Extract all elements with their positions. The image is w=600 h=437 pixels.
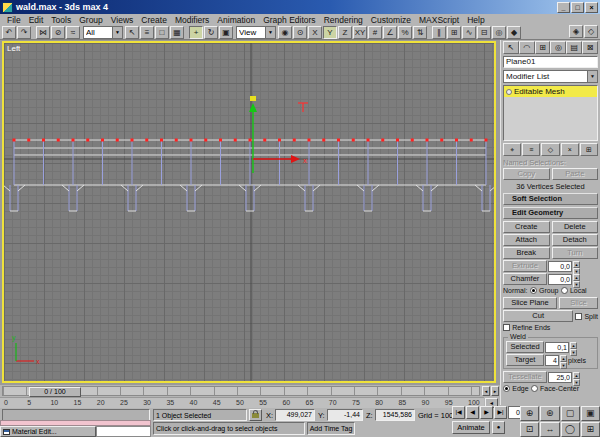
zoom-button[interactable]: ⊕ bbox=[520, 406, 539, 421]
create-button[interactable]: Create bbox=[503, 221, 550, 233]
angle-snap-icon[interactable]: ∠ bbox=[383, 26, 397, 39]
key-mode-toggle-button[interactable]: ● bbox=[492, 421, 505, 434]
chevron-down-icon[interactable]: ▼ bbox=[265, 27, 275, 38]
select-and-manipulate-icon[interactable]: ⊙ bbox=[293, 26, 307, 39]
snap-toggle-icon[interactable]: # bbox=[368, 26, 382, 39]
break-button[interactable]: Break bbox=[503, 247, 550, 259]
zoom-all-button[interactable]: ⊛ bbox=[540, 406, 559, 421]
viewport-canvas[interactable]: xxy bbox=[4, 43, 494, 381]
modifier-stack-item[interactable]: Editable Mesh bbox=[504, 86, 597, 97]
restrict-y-button[interactable]: Y bbox=[323, 26, 337, 39]
viewport-left[interactable]: Left xxy bbox=[2, 41, 496, 383]
percent-snap-icon[interactable]: % bbox=[398, 26, 412, 39]
extrude-value-field[interactable]: 0,0 bbox=[548, 261, 572, 272]
menu-views[interactable]: Views bbox=[107, 15, 138, 25]
show-end-result-button[interactable]: ≡ bbox=[522, 143, 540, 156]
modifier-stack[interactable]: Editable Mesh bbox=[503, 85, 598, 141]
cut-button[interactable]: Cut bbox=[503, 310, 573, 322]
select-and-link-icon[interactable]: ⋈ bbox=[36, 26, 50, 39]
arc-rotate-button[interactable]: ◯ bbox=[561, 422, 580, 437]
go-to-end-button[interactable]: ▶| bbox=[494, 406, 507, 419]
copy-button[interactable]: Copy bbox=[503, 168, 550, 180]
zoom-extents-button[interactable]: ▢ bbox=[561, 406, 580, 421]
restrict-z-button[interactable]: Z bbox=[338, 26, 352, 39]
detach-button[interactable]: Detach bbox=[552, 234, 599, 246]
select-and-rotate-icon[interactable]: ↻ bbox=[204, 26, 218, 39]
delete-button[interactable]: Delete bbox=[552, 221, 599, 233]
menu-help[interactable]: Help bbox=[463, 15, 488, 25]
tessellate-value-field[interactable]: 25,0 bbox=[548, 372, 572, 383]
weld-target-spinner[interactable]: ▲▼ bbox=[560, 355, 567, 366]
make-unique-button[interactable]: ◇ bbox=[541, 143, 559, 156]
menu-rendering[interactable]: Rendering bbox=[320, 15, 367, 25]
schematic-view-icon[interactable]: ⊟ bbox=[477, 26, 491, 39]
use-pivot-point-icon[interactable]: ◉ bbox=[278, 26, 292, 39]
chamfer-value-field[interactable]: 0,0 bbox=[548, 274, 572, 285]
select-by-name-icon[interactable]: ≡ bbox=[140, 26, 154, 39]
render-scene-icon[interactable]: ◆ bbox=[507, 26, 521, 39]
remove-modifier-button[interactable]: × bbox=[561, 143, 579, 156]
tab-utilities[interactable]: ⊠ bbox=[582, 41, 598, 54]
extrude-button[interactable]: Extrude bbox=[503, 260, 547, 272]
slice-button[interactable]: Slice bbox=[559, 297, 598, 309]
go-to-start-button[interactable]: |◀ bbox=[452, 406, 465, 419]
bind-to-space-warp-icon[interactable]: ≈ bbox=[66, 26, 80, 39]
restrict-plane-button[interactable]: XY bbox=[353, 26, 367, 39]
material-editor-taskbar-button[interactable]: Material Edit... bbox=[0, 426, 96, 437]
menu-modifiers[interactable]: Modifiers bbox=[171, 15, 213, 25]
window-crossing-icon[interactable]: ▦ bbox=[170, 26, 184, 39]
selection-filter-dropdown[interactable]: All▼ bbox=[83, 26, 123, 39]
menu-edit[interactable]: Edit bbox=[25, 15, 48, 25]
min-max-toggle-button[interactable]: ⊞ bbox=[581, 422, 600, 437]
rollout-edit-geometry[interactable]: Edit Geometry bbox=[503, 207, 598, 219]
menu-customize[interactable]: Customize bbox=[367, 15, 415, 25]
zoom-region-button[interactable]: ⊡ bbox=[520, 422, 539, 437]
animate-button[interactable]: Animate bbox=[452, 421, 490, 434]
modifier-visibility-icon[interactable] bbox=[506, 89, 512, 95]
quick-render-icon[interactable]: ◇ bbox=[584, 25, 598, 38]
close-button[interactable]: × bbox=[585, 2, 598, 13]
refine-ends-checkbox[interactable] bbox=[503, 324, 510, 331]
material-editor-icon[interactable]: ◎ bbox=[492, 26, 506, 39]
maximize-button[interactable]: □ bbox=[571, 2, 584, 13]
chevron-down-icon[interactable]: ▼ bbox=[587, 71, 597, 82]
select-and-move-icon[interactable]: + bbox=[189, 26, 203, 39]
weld-target-value-field[interactable]: 4 bbox=[545, 355, 559, 366]
weld-selected-button[interactable]: Selected bbox=[506, 341, 544, 353]
track-next-key-button[interactable]: ▸ bbox=[491, 386, 499, 396]
tab-create[interactable]: ↖ bbox=[503, 41, 519, 54]
tab-motion[interactable]: ◎ bbox=[550, 41, 566, 54]
selection-lock-toggle[interactable] bbox=[249, 409, 262, 421]
paste-button[interactable]: Paste bbox=[552, 168, 599, 180]
reference-coordinate-dropdown[interactable]: View▼ bbox=[236, 26, 276, 39]
weld-selected-spinner[interactable]: ▲▼ bbox=[570, 342, 577, 353]
menu-tools[interactable]: Tools bbox=[47, 15, 75, 25]
render-type-icon[interactable]: ◈ bbox=[569, 25, 583, 38]
menu-graph-editors[interactable]: Graph Editors bbox=[259, 15, 319, 25]
weld-target-button[interactable]: Target bbox=[506, 354, 544, 366]
x-coord-field[interactable]: 499,027 bbox=[275, 409, 315, 421]
select-and-scale-icon[interactable]: ▣ bbox=[219, 26, 233, 39]
viewport-label[interactable]: Left bbox=[7, 44, 20, 53]
menu-maxscript[interactable]: MAXScript bbox=[415, 15, 463, 25]
maxscript-listener-input[interactable] bbox=[96, 426, 151, 437]
timeline-track[interactable]: 0 / 100 bbox=[2, 386, 480, 396]
chamfer-spinner[interactable]: ▲▼ bbox=[573, 274, 580, 285]
chevron-down-icon[interactable]: ▼ bbox=[112, 27, 122, 38]
chamfer-button[interactable]: Chamfer bbox=[503, 273, 547, 285]
curve-editor-icon[interactable]: ∿ bbox=[462, 26, 476, 39]
slice-plane-button[interactable]: Slice Plane bbox=[503, 297, 557, 309]
normal-group-radio[interactable] bbox=[530, 287, 537, 294]
configure-stack-button[interactable]: ⊞ bbox=[580, 143, 598, 156]
extrude-spinner[interactable]: ▲▼ bbox=[573, 261, 580, 272]
menu-create[interactable]: Create bbox=[137, 15, 171, 25]
normal-local-radio[interactable] bbox=[561, 287, 568, 294]
unlink-selection-icon[interactable]: ⊘ bbox=[51, 26, 65, 39]
menu-group[interactable]: Group bbox=[75, 15, 107, 25]
split-checkbox[interactable] bbox=[575, 313, 582, 320]
pan-button[interactable]: ↔ bbox=[540, 422, 559, 437]
timeline-ruler[interactable]: 0510152025303540455055606570758085909510… bbox=[0, 397, 484, 408]
tab-hierarchy[interactable]: ⊞ bbox=[535, 41, 551, 54]
tessellate-button[interactable]: Tessellate bbox=[503, 371, 547, 383]
menu-animation[interactable]: Animation bbox=[213, 15, 259, 25]
